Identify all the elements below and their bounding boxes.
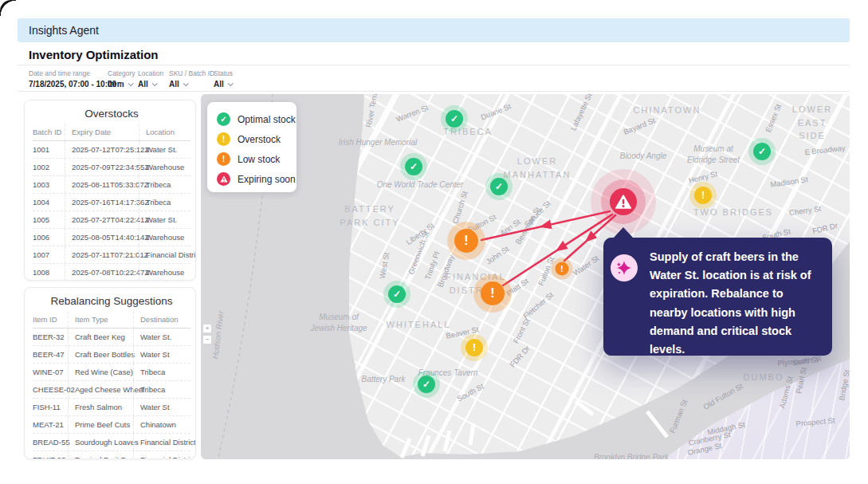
overstocks-title: Overstocks — [33, 100, 190, 124]
insight-tooltip: Supply of craft beers in the Water St. l… — [603, 238, 832, 356]
filter-sku-batch[interactable]: SKU / Batch ID All — [169, 69, 214, 89]
divider — [18, 65, 850, 65]
table-row: 10072025-07-11T07:21:01ZFinancial Distri… — [33, 246, 190, 264]
map-marker-optimal[interactable]: ✓ — [446, 110, 463, 128]
table-row: 10012025-07-12T07:25:12ZWater St. — [33, 141, 190, 159]
filter-date-range[interactable]: Date and time range 7/18/2025, 07:00 - 1… — [29, 69, 108, 89]
map-marker-optimal[interactable]: ✓ — [405, 158, 422, 175]
chevron-down-icon — [128, 81, 133, 86]
window-corner — [0, 0, 16, 16]
app-header: Insights Agent — [18, 18, 850, 42]
map-zoom-control: + − — [202, 324, 212, 344]
map-marker-optimal[interactable]: ✓ — [388, 285, 406, 303]
filter-location[interactable]: Location All — [138, 69, 169, 89]
map-marker-low[interactable]: ! — [481, 281, 505, 305]
table-row: MEAT-21Prime Beef CutsChinatown — [33, 415, 190, 433]
map-marker-overstock[interactable]: ! — [694, 187, 712, 204]
table-row: 10032025-08-11T05:33:07ZTribeca — [33, 176, 190, 194]
map-marker-optimal[interactable]: ✓ — [418, 376, 435, 393]
legend-item-low-stock: ! Low stock — [217, 149, 297, 169]
rebalancing-panel: Rebalancing Suggestions Item ID Item Typ… — [24, 287, 196, 459]
tooltip-pointer — [613, 227, 634, 238]
chevron-down-icon — [227, 81, 233, 86]
insight-text: Supply of craft beers in the Water St. l… — [650, 248, 823, 359]
table-row: 10052025-07-27T04:22:41ZWater St. — [33, 211, 190, 229]
table-row: BEER-47Craft Beer BottlesWater St — [33, 345, 190, 363]
chevron-down-icon — [183, 81, 188, 86]
filter-bar: Date and time range 7/18/2025, 07:00 - 1… — [29, 69, 250, 89]
table-row: FRUIT-03Tropical Fruit BoxFinancial Dist… — [33, 451, 190, 459]
expiring-soon-icon — [217, 172, 230, 186]
filter-status[interactable]: Status All — [214, 69, 250, 89]
legend-item-optimal: ✓ Optimal stock — [217, 109, 297, 129]
zoom-out-button[interactable]: − — [202, 335, 212, 344]
map-marker-optimal[interactable]: ✓ — [490, 178, 508, 195]
table-row: BEER-32Craft Beer KegWater St. — [33, 329, 190, 345]
low-stock-icon: ! — [217, 152, 230, 166]
overstocks-panel: Overstocks Batch ID Expiry Date Location… — [24, 100, 196, 281]
sparkle-icon — [611, 254, 638, 281]
chevron-down-icon — [151, 81, 157, 86]
warning-triangle-icon — [615, 195, 631, 209]
app-title: Insights Agent — [29, 24, 99, 37]
page-title: Inventory Optimization — [29, 48, 159, 61]
map-marker-low[interactable]: ! — [556, 262, 569, 276]
app-window: Insights Agent Inventory Optimization Da… — [0, 0, 868, 484]
table-row: 10082025-07-08T10:22:47ZWarehouse — [33, 264, 190, 281]
overstocks-header: Batch ID Expiry Date Location — [33, 124, 190, 141]
table-row: 10022025-07-09T22:34:55ZWarehouse — [33, 159, 190, 176]
filter-category[interactable]: Category Item — [108, 69, 138, 89]
table-row: CHEESE-02Aged Cheese WheelTribeca — [33, 380, 190, 398]
table-row: WINE-07Red Wine (Case)Tribeca — [33, 363, 190, 380]
table-row: 10042025-07-16T14:17:36ZTribeca — [33, 194, 190, 211]
map-legend: ✓ Optimal stock ! Overstock ! Low stock … — [207, 102, 297, 192]
map-marker-overstock[interactable]: ! — [465, 339, 483, 356]
zoom-in-button[interactable]: + — [202, 324, 212, 333]
legend-item-overstock: ! Overstock — [217, 129, 297, 149]
overstock-icon: ! — [217, 132, 230, 146]
rebalancing-title: Rebalancing Suggestions — [33, 288, 190, 312]
rebalancing-header: Item ID Item Type Destination — [33, 312, 190, 329]
map-marker-expiring[interactable] — [610, 188, 637, 215]
optimal-stock-icon: ✓ — [217, 112, 230, 126]
table-row: BREAD-55Sourdough LoavesFinancial Distri… — [33, 433, 190, 451]
table-row: 10062025-08-05T14:40:14ZWarehouse — [33, 229, 190, 246]
map-marker-optimal[interactable]: ✓ — [753, 143, 771, 160]
map-marker-low[interactable]: ! — [454, 229, 478, 253]
divider — [18, 91, 850, 92]
map[interactable]: TRIBECALOWER MANHATTANCHINATOWNLOWER EAS… — [201, 94, 850, 459]
overstocks-table: 10012025-07-12T07:25:12ZWater St.1002202… — [33, 141, 190, 281]
legend-item-expiring: Expiring soon — [217, 169, 297, 189]
table-row: FISH-11Fresh SalmonWater St — [33, 398, 190, 415]
rebalancing-table: BEER-32Craft Beer KegWater St.BEER-47Cra… — [33, 329, 190, 459]
